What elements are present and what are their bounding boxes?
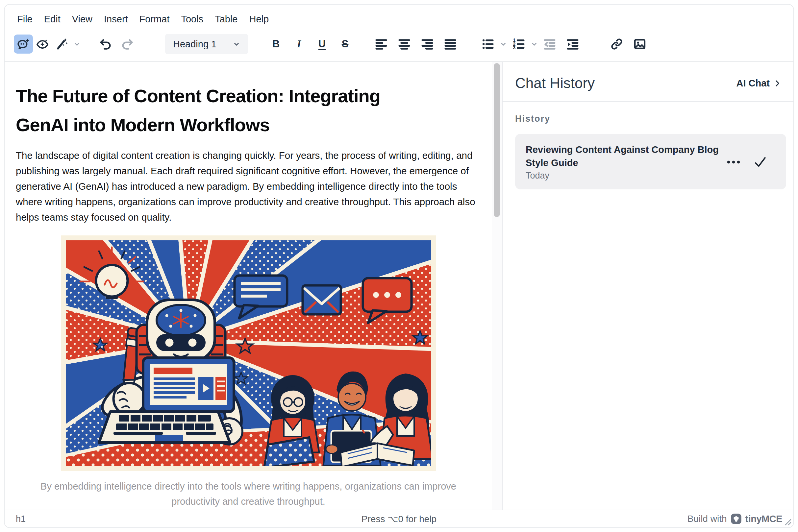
italic-label: I bbox=[297, 38, 301, 50]
ai-chat-button[interactable] bbox=[14, 35, 33, 54]
document-image[interactable] bbox=[61, 235, 436, 471]
align-center-icon bbox=[397, 37, 411, 51]
history-item-text: Reviewing Content Against Company Blog S… bbox=[526, 143, 726, 181]
heading-line-2: GenAI into Modern Workflows bbox=[16, 111, 481, 139]
ai-chat-link[interactable]: AI Chat bbox=[737, 78, 782, 89]
image-icon bbox=[633, 37, 647, 51]
sidebar-divider bbox=[503, 101, 793, 102]
align-left-icon bbox=[374, 37, 388, 51]
document-paragraph: The landscape of digital content creatio… bbox=[16, 148, 481, 225]
sidebar-title: Chat History bbox=[515, 75, 737, 91]
popart-illustration bbox=[61, 235, 436, 471]
chevron-down-icon bbox=[231, 39, 241, 49]
help-shortcut-text: Press ⌥0 for help bbox=[5, 514, 793, 525]
editor-scrollbar[interactable] bbox=[492, 62, 502, 510]
tinymce-logo-icon bbox=[730, 513, 742, 525]
history-item-date: Today bbox=[526, 171, 720, 181]
editor-content[interactable]: The Future of Content Creation: Integrat… bbox=[5, 62, 492, 510]
image-caption: By embedding intelligence directly into … bbox=[30, 479, 467, 509]
resize-grip-icon[interactable] bbox=[783, 517, 792, 526]
link-button[interactable] bbox=[607, 35, 626, 54]
strikethrough-label: S bbox=[342, 38, 349, 50]
bullet-list-button[interactable] bbox=[478, 35, 497, 54]
insert-image-button[interactable] bbox=[630, 35, 649, 54]
toolbar: Heading 1 B I U S bbox=[5, 29, 793, 62]
format-select-value: Heading 1 bbox=[173, 39, 231, 50]
people-group bbox=[264, 372, 432, 468]
ai-review-button[interactable] bbox=[33, 35, 52, 54]
undo-icon bbox=[99, 37, 112, 51]
bold-label: B bbox=[272, 38, 280, 50]
menu-insert[interactable]: Insert bbox=[104, 14, 128, 25]
checkmark-icon bbox=[753, 156, 767, 168]
underline-button[interactable]: U bbox=[313, 35, 332, 54]
redo-icon bbox=[120, 37, 134, 51]
italic-button[interactable]: I bbox=[290, 35, 309, 54]
history-section-label: History bbox=[515, 114, 793, 124]
menu-tools[interactable]: Tools bbox=[181, 14, 203, 25]
chat-history-sidebar: Chat History AI Chat History Reviewing C… bbox=[502, 62, 793, 510]
redo-button[interactable] bbox=[118, 35, 137, 54]
chevron-down-icon bbox=[498, 39, 508, 49]
branding[interactable]: Build with tinyMCE bbox=[687, 513, 782, 525]
chevron-right-icon bbox=[773, 79, 782, 88]
statusbar: h1 Press ⌥0 for help Build with tinyMCE bbox=[5, 510, 793, 527]
align-justify-icon bbox=[443, 37, 457, 51]
ellipsis-icon bbox=[726, 159, 741, 165]
menu-file[interactable]: File bbox=[17, 14, 33, 25]
menubar: File Edit View Insert Format Tools Table… bbox=[5, 5, 793, 29]
history-item-title: Reviewing Content Against Company Blog S… bbox=[526, 143, 720, 169]
bold-button[interactable]: B bbox=[266, 35, 285, 54]
email-icon bbox=[303, 285, 341, 314]
svg-text:3: 3 bbox=[513, 45, 516, 50]
editor-window: File Edit View Insert Format Tools Table… bbox=[4, 4, 794, 528]
strikethrough-button[interactable]: S bbox=[335, 35, 355, 54]
history-item-selected-check bbox=[753, 156, 767, 168]
align-left-button[interactable] bbox=[372, 35, 391, 54]
history-item[interactable]: Reviewing Content Against Company Blog S… bbox=[515, 134, 786, 189]
branding-name: tinyMCE bbox=[745, 514, 782, 525]
indent-icon bbox=[566, 37, 580, 51]
chevron-down-icon bbox=[72, 39, 82, 49]
align-right-button[interactable] bbox=[418, 35, 437, 54]
menu-help[interactable]: Help bbox=[249, 14, 269, 25]
underline-label: U bbox=[318, 38, 326, 50]
ai-chat-icon bbox=[16, 37, 30, 51]
history-item-actions bbox=[726, 156, 776, 168]
menu-format[interactable]: Format bbox=[140, 14, 170, 25]
chevron-down-icon bbox=[529, 39, 539, 49]
menu-table[interactable]: Table bbox=[215, 14, 238, 25]
menu-view[interactable]: View bbox=[72, 14, 92, 25]
ai-shortcuts-button[interactable] bbox=[52, 35, 71, 54]
outdent-button[interactable] bbox=[540, 35, 559, 54]
scrollbar-thumb[interactable] bbox=[494, 63, 500, 217]
link-icon bbox=[610, 37, 624, 51]
indent-button[interactable] bbox=[563, 35, 582, 54]
numbered-list-button[interactable]: 1 2 3 bbox=[509, 35, 528, 54]
sidebar-header: Chat History AI Chat bbox=[503, 62, 793, 91]
align-justify-button[interactable] bbox=[441, 35, 460, 54]
ai-shortcuts-dropdown[interactable] bbox=[71, 35, 83, 54]
history-item-menu-button[interactable] bbox=[726, 159, 741, 165]
align-right-icon bbox=[420, 37, 434, 51]
format-select[interactable]: Heading 1 bbox=[165, 34, 248, 54]
numbered-list-icon: 1 2 3 bbox=[512, 37, 526, 51]
heading-line-1: The Future of Content Creation: Integrat… bbox=[16, 81, 481, 111]
editor-pane[interactable]: The Future of Content Creation: Integrat… bbox=[5, 62, 502, 510]
bullet-list-icon bbox=[481, 37, 495, 51]
menu-edit[interactable]: Edit bbox=[44, 14, 60, 25]
magic-wand-icon bbox=[55, 37, 69, 51]
numbered-list-dropdown[interactable] bbox=[528, 35, 540, 54]
ai-chat-link-label: AI Chat bbox=[737, 78, 770, 89]
main-area: The Future of Content Creation: Integrat… bbox=[5, 62, 793, 510]
document-heading: The Future of Content Creation: Integrat… bbox=[16, 81, 481, 139]
undo-button[interactable] bbox=[96, 35, 115, 54]
ai-review-icon bbox=[36, 37, 49, 51]
outdent-icon bbox=[543, 37, 557, 51]
bullet-list-dropdown[interactable] bbox=[497, 35, 509, 54]
align-center-button[interactable] bbox=[395, 35, 414, 54]
branding-prefix: Build with bbox=[687, 514, 727, 524]
